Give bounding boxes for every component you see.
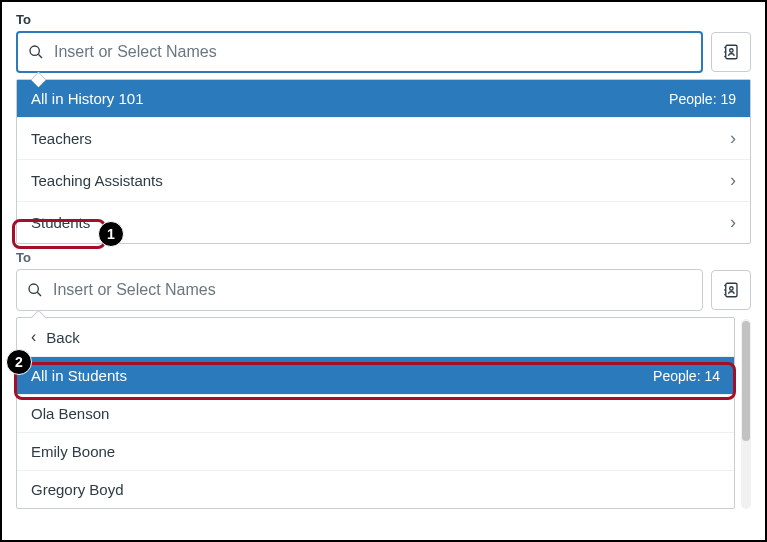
people-count: People: 19: [669, 91, 736, 107]
search-icon: [28, 44, 44, 60]
dropdown-item-label: Gregory Boyd: [31, 481, 124, 498]
dropdown-item-all-course[interactable]: All in History 101 People: 19: [17, 80, 750, 118]
dropdown-item-label: Back: [46, 329, 79, 346]
svg-line-1: [38, 54, 42, 58]
svg-point-0: [30, 46, 39, 55]
scrollbar-thumb[interactable]: [742, 321, 750, 441]
recipient-dropdown: ‹ Back All in Students People: 14 Ola Be…: [16, 317, 735, 509]
address-book-icon: [722, 43, 740, 61]
dropdown-item-label: All in History 101: [31, 90, 144, 107]
annotation-badge-1: 1: [98, 221, 124, 247]
chevron-right-icon: ›: [730, 128, 736, 149]
dropdown-item-students[interactable]: Students ›: [17, 202, 750, 243]
dropdown-item-person[interactable]: Gregory Boyd: [17, 471, 734, 508]
svg-point-10: [730, 287, 733, 290]
recipient-section-1: To All in History 101 People: 19 Teache: [2, 2, 765, 244]
scrollbar[interactable]: [741, 319, 751, 509]
search-icon: [27, 282, 43, 298]
chevron-right-icon: ›: [730, 170, 736, 191]
search-row: [16, 269, 751, 311]
dropdown-scroll-area: ‹ Back All in Students People: 14 Ola Be…: [16, 317, 751, 509]
dropdown-item-back[interactable]: ‹ Back: [17, 318, 734, 357]
recipient-section-2: To ‹ Back: [2, 244, 765, 509]
dropdown-item-teaching-assistants[interactable]: Teaching Assistants ›: [17, 160, 750, 202]
recipient-dropdown: All in History 101 People: 19 Teachers ›…: [16, 79, 751, 244]
dropdown-item-label: Students: [31, 214, 90, 231]
to-label: To: [16, 250, 751, 265]
annotation-badge-2: 2: [6, 349, 32, 375]
dropdown-item-label: Teachers: [31, 130, 92, 147]
dropdown-item-label: Emily Boone: [31, 443, 115, 460]
address-book-button[interactable]: [711, 32, 751, 72]
svg-line-8: [37, 292, 41, 296]
search-field-wrapper[interactable]: [16, 31, 703, 73]
dropdown-item-teachers[interactable]: Teachers ›: [17, 118, 750, 160]
to-label: To: [16, 12, 751, 27]
people-count: People: 14: [653, 368, 720, 384]
recipient-search-input[interactable]: [43, 280, 692, 300]
recipient-search-input[interactable]: [44, 42, 691, 62]
dropdown-item-person[interactable]: Emily Boone: [17, 433, 734, 471]
dropdown-item-person[interactable]: Ola Benson: [17, 395, 734, 433]
dropdown-item-label: Teaching Assistants: [31, 172, 163, 189]
chevron-left-icon: ‹: [31, 328, 36, 346]
dropdown-item-label: All in Students: [31, 367, 127, 384]
svg-point-7: [29, 284, 38, 293]
dropdown-item-label: Ola Benson: [31, 405, 109, 422]
svg-point-3: [730, 49, 733, 52]
search-row: [16, 31, 751, 73]
address-book-button[interactable]: [711, 270, 751, 310]
chevron-right-icon: ›: [730, 212, 736, 233]
dropdown-item-all-students[interactable]: All in Students People: 14: [17, 357, 734, 395]
search-field-wrapper[interactable]: [16, 269, 703, 311]
address-book-icon: [722, 281, 740, 299]
